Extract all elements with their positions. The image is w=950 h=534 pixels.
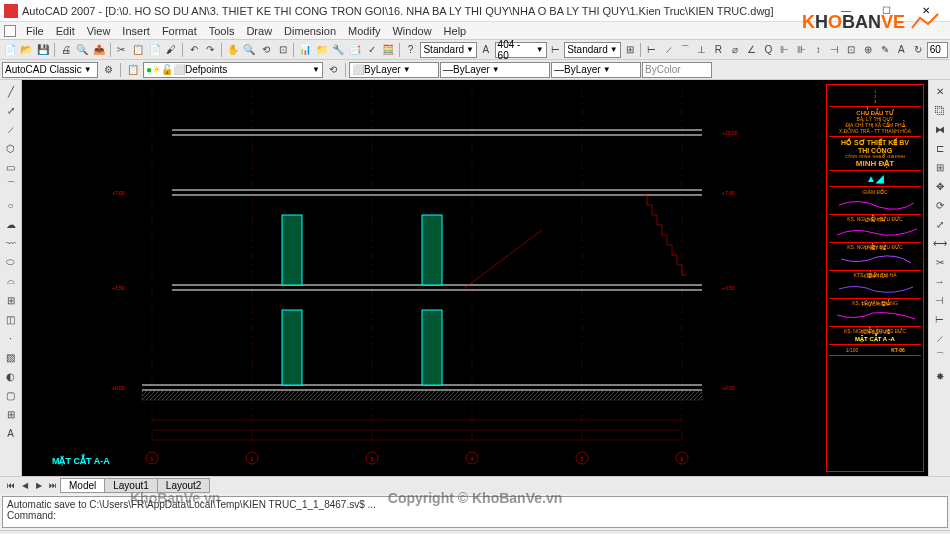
copy-obj-button[interactable]: ⿻ xyxy=(931,101,949,119)
tp-button[interactable]: 🔧 xyxy=(330,41,346,59)
table-style-combo[interactable]: Standard▼ xyxy=(564,42,621,58)
region-button[interactable]: ▢ xyxy=(2,386,20,404)
arc-button[interactable]: ⌒ xyxy=(2,177,20,195)
text-style-button[interactable]: A xyxy=(478,41,494,59)
redo-button[interactable]: ↷ xyxy=(202,41,218,59)
mtext-button[interactable]: A xyxy=(2,424,20,442)
xline-button[interactable]: ⤢ xyxy=(2,101,20,119)
new-button[interactable]: 📄 xyxy=(2,41,18,59)
linetype-combo[interactable]: — ByLayer▼ xyxy=(440,62,550,78)
mirror-button[interactable]: ⧓ xyxy=(931,120,949,138)
match-button[interactable]: 🖌 xyxy=(163,41,179,59)
pan-button[interactable]: ✋ xyxy=(225,41,241,59)
extend-button[interactable]: → xyxy=(931,272,949,290)
dim-update-button[interactable]: ↻ xyxy=(910,41,926,59)
table-button[interactable]: ⊞ xyxy=(622,41,638,59)
help-button[interactable]: ? xyxy=(403,41,419,59)
drawing-canvas[interactable]: 1 2 3 4 5 6 xyxy=(22,80,928,476)
menu-draw[interactable]: Draw xyxy=(240,25,278,37)
menu-insert[interactable]: Insert xyxy=(116,25,156,37)
dim-rad-button[interactable]: R xyxy=(711,41,727,59)
polygon-button[interactable]: ⬡ xyxy=(2,139,20,157)
tab-prev-button[interactable]: ◀ xyxy=(18,479,32,493)
dim-quick-button[interactable]: Q xyxy=(761,41,777,59)
zoom-window-button[interactable]: ⊡ xyxy=(275,41,291,59)
cut-button[interactable]: ✂ xyxy=(113,41,129,59)
publish-button[interactable]: 📤 xyxy=(91,41,107,59)
explode-button[interactable]: ✸ xyxy=(931,367,949,385)
dim-break-button[interactable]: ⊣ xyxy=(827,41,843,59)
ws-settings-button[interactable]: ⚙ xyxy=(99,61,117,79)
hatch-button[interactable]: ▨ xyxy=(2,348,20,366)
command-prompt[interactable]: Command: xyxy=(7,510,943,521)
menu-format[interactable]: Format xyxy=(156,25,203,37)
dim-ord-button[interactable]: ⊥ xyxy=(694,41,710,59)
save-button[interactable]: 💾 xyxy=(35,41,51,59)
paste-button[interactable]: 📄 xyxy=(147,41,163,59)
stretch-button[interactable]: ⟷ xyxy=(931,234,949,252)
chamfer-button[interactable]: ⟋ xyxy=(931,329,949,347)
tab-model[interactable]: Model xyxy=(60,478,105,493)
ellipsearc-button[interactable]: ⌓ xyxy=(2,272,20,290)
zoom-button[interactable]: 🔍 xyxy=(242,41,258,59)
spin-combo[interactable]: 60 xyxy=(927,42,948,58)
move-button[interactable]: ✥ xyxy=(931,177,949,195)
layer-props-button[interactable]: 📋 xyxy=(124,61,142,79)
revcloud-button[interactable]: ☁ xyxy=(2,215,20,233)
tab-next-button[interactable]: ▶ xyxy=(32,479,46,493)
scale-button[interactable]: ⤢ xyxy=(931,215,949,233)
markup-button[interactable]: ✓ xyxy=(364,41,380,59)
preview-button[interactable]: 🔍 xyxy=(74,41,90,59)
dim-button[interactable]: ⊢ xyxy=(548,41,564,59)
erase-button[interactable]: ✕ xyxy=(931,82,949,100)
offset-button[interactable]: ⊏ xyxy=(931,139,949,157)
zoom-prev-button[interactable]: ⟲ xyxy=(258,41,274,59)
dim-arc-button[interactable]: ⌒ xyxy=(677,41,693,59)
break-button[interactable]: ⊣ xyxy=(931,291,949,309)
style-combo[interactable]: Standard▼ xyxy=(420,42,477,58)
ellipse-button[interactable]: ⬭ xyxy=(2,253,20,271)
insert-button[interactable]: ⊞ xyxy=(2,291,20,309)
ssm-button[interactable]: 📑 xyxy=(347,41,363,59)
line-button[interactable]: ╱ xyxy=(2,82,20,100)
calc-button[interactable]: 🧮 xyxy=(380,41,396,59)
dim-tol-button[interactable]: ⊡ xyxy=(844,41,860,59)
workspace-combo[interactable]: AutoCAD Classic▼ xyxy=(2,62,98,78)
menu-modify[interactable]: Modify xyxy=(342,25,386,37)
menu-tools[interactable]: Tools xyxy=(203,25,241,37)
layer-prev-button[interactable]: ⟲ xyxy=(324,61,342,79)
dim-aligned-button[interactable]: ⟋ xyxy=(661,41,677,59)
color-combo[interactable]: ⬜ ByLayer▼ xyxy=(349,62,439,78)
dim-center-button[interactable]: ⊕ xyxy=(860,41,876,59)
block-button[interactable]: ◫ xyxy=(2,310,20,328)
pline-button[interactable]: ⟋ xyxy=(2,120,20,138)
dim-tedit-button[interactable]: A xyxy=(894,41,910,59)
dc-button[interactable]: 📁 xyxy=(314,41,330,59)
dim-style-combo[interactable]: 404 - 60▼ xyxy=(495,42,547,58)
undo-button[interactable]: ↶ xyxy=(186,41,202,59)
array-button[interactable]: ⊞ xyxy=(931,158,949,176)
layer-combo[interactable]: ● ☀ 🔓 ⬜ Defpoints▼ xyxy=(143,62,323,78)
dim-dia-button[interactable]: ⌀ xyxy=(727,41,743,59)
rotate-button[interactable]: ⟳ xyxy=(931,196,949,214)
trim-button[interactable]: ✂ xyxy=(931,253,949,271)
lineweight-combo[interactable]: — ByLayer▼ xyxy=(551,62,641,78)
spline-button[interactable]: 〰 xyxy=(2,234,20,252)
open-button[interactable]: 📂 xyxy=(19,41,35,59)
tab-first-button[interactable]: ⏮ xyxy=(4,479,18,493)
dim-space-button[interactable]: ↕ xyxy=(810,41,826,59)
menu-file[interactable]: File xyxy=(20,25,50,37)
circle-button[interactable]: ○ xyxy=(2,196,20,214)
menu-help[interactable]: Help xyxy=(438,25,473,37)
menu-edit[interactable]: Edit xyxy=(50,25,81,37)
dim-base-button[interactable]: ⊩ xyxy=(777,41,793,59)
menu-window[interactable]: Window xyxy=(386,25,437,37)
dim-cont-button[interactable]: ⊪ xyxy=(794,41,810,59)
gradient-button[interactable]: ◐ xyxy=(2,367,20,385)
plot-button[interactable]: 🖨 xyxy=(58,41,74,59)
copy-button[interactable]: 📋 xyxy=(130,41,146,59)
point-button[interactable]: · xyxy=(2,329,20,347)
rect-button[interactable]: ▭ xyxy=(2,158,20,176)
join-button[interactable]: ⊢ xyxy=(931,310,949,328)
dim-edit-button[interactable]: ✎ xyxy=(877,41,893,59)
